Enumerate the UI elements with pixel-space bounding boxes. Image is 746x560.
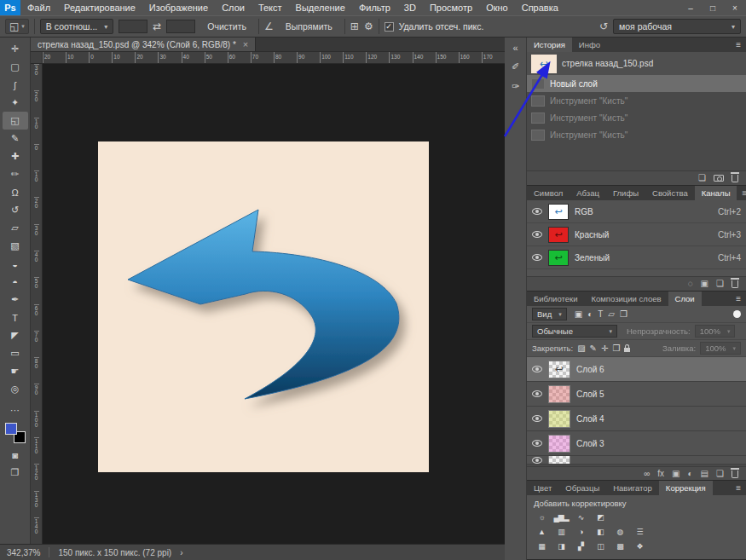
lock-position-icon[interactable]: ✛ [601,344,608,353]
delete-state-icon[interactable] [732,175,738,182]
shape-tool[interactable]: ▭ [3,344,28,362]
visibility-eye-icon[interactable] [532,457,542,464]
layer-mask-icon[interactable]: ▣ [672,470,679,478]
menu-item[interactable]: Выделение [289,3,352,13]
menu-item[interactable]: Справка [515,3,565,13]
visibility-eye-icon[interactable] [532,415,542,422]
layer-row-partial[interactable] [527,456,746,465]
photo-filter-icon[interactable]: ◍ [611,525,628,538]
eraser-tool[interactable]: ▱ [3,219,28,237]
layer-row[interactable]: Слой 3 [527,431,746,456]
menu-item[interactable]: 3D [397,3,423,13]
zoom-tool[interactable]: ◎ [3,380,28,398]
lasso-tool[interactable]: ʃ [3,76,28,94]
menu-item[interactable]: Текст [252,3,289,13]
lock-pixels-icon[interactable]: ✎ [590,344,597,353]
layer-style-icon[interactable]: fx [657,470,664,478]
panel-tab[interactable]: Глифы [606,186,645,200]
panel-tab[interactable]: Образцы [558,481,606,495]
panel-tab[interactable]: Инфо [572,38,607,52]
brightness-contrast-icon[interactable]: ☼ [533,511,550,523]
panel-menu-icon[interactable]: ≡ [731,292,746,306]
quick-selection-tool[interactable]: ✦ [3,94,28,112]
brushes-panel-icon[interactable]: ✐ [512,61,519,72]
channel-row[interactable]: ↩ RGB Ctrl+2 [527,200,746,223]
quick-mask-icon[interactable]: ◙ [12,450,18,460]
delete-cropped-pixels-checkbox[interactable]: ✓ [385,22,394,32]
crop-tool[interactable]: ◱ [3,112,28,130]
crop-ratio-dropdown[interactable]: В соотнош... ▾ [40,19,113,34]
threshold-icon[interactable]: ◫ [592,540,609,552]
menu-item[interactable]: Просмотр [423,3,479,13]
clone-source-panel-icon[interactable]: ✑ [512,81,519,92]
new-snapshot-icon[interactable] [714,175,724,182]
layer-filter-dropdown[interactable]: Вид ▾ [532,308,567,320]
layer-row[interactable]: ↩ Слой 6 [527,357,746,382]
history-state-row[interactable]: Инструмент "Кисть" [527,109,746,126]
dodge-tool[interactable]: ◓ [3,273,28,291]
eyedropper-tool[interactable]: ✎ [3,130,28,147]
color-balance-icon[interactable]: ◑ [572,525,589,538]
visibility-eye-icon[interactable] [532,366,542,372]
menu-item[interactable]: Файл [20,3,57,13]
overlay-grid-icon[interactable]: ⊞ [350,20,359,32]
edit-toolbar-icon[interactable]: ⋯ [10,405,20,416]
close-document-icon[interactable]: × [243,39,248,49]
type-layer-filter-icon[interactable]: T [598,309,603,319]
menu-item[interactable]: Фильтр [352,3,397,13]
brush-tool[interactable]: ✏ [3,165,28,183]
menu-item[interactable]: Редактирование [57,3,142,13]
crop-settings-gear-icon[interactable]: ⚙ [364,20,373,32]
minimize-button[interactable]: – [679,3,702,13]
menu-item[interactable]: Окно [479,3,515,13]
panel-menu-icon[interactable]: ≡ [731,481,746,495]
new-layer-icon[interactable]: ❏ [716,470,724,478]
expand-panels-icon[interactable]: « [507,39,524,56]
document-tab[interactable]: стрелка назад_150.psd @ 342% (Слой 6, RG… [31,38,256,51]
panel-tab[interactable]: Навигатор [606,481,659,495]
crop-width-input[interactable] [119,20,147,33]
workspace-dropdown[interactable]: моя рабочая ▾ [613,19,741,34]
pixel-layer-filter-icon[interactable]: ▣ [575,309,582,319]
panel-menu-icon[interactable]: ≡ [737,186,746,200]
panel-menu-icon[interactable]: ≡ [731,38,746,52]
curves-icon[interactable]: ∿ [572,511,589,523]
layer-row[interactable]: Слой 4 [527,407,746,431]
new-doc-from-state-icon[interactable]: ❏ [698,174,706,182]
save-selection-as-channel-icon[interactable]: ▣ [701,280,708,288]
lock-all-icon[interactable] [624,348,630,352]
blend-mode-dropdown[interactable]: Обычные ▾ [532,325,617,338]
path-selection-tool[interactable]: ◤ [3,326,28,344]
filter-toggle-icon[interactable] [733,310,741,318]
opacity-dropdown[interactable]: 100% ▾ [695,325,736,338]
type-tool[interactable]: T [3,309,28,326]
adjustment-layer-filter-icon[interactable]: ◐ [587,309,593,319]
panel-tab[interactable]: История [527,38,572,52]
visibility-eye-icon[interactable] [532,390,542,397]
lock-transparency-icon[interactable]: ▨ [577,344,585,353]
swap-dimensions-icon[interactable]: ⇄ [153,20,161,32]
layer-row[interactable]: Слой 5 [527,382,746,407]
shape-layer-filter-icon[interactable]: ▱ [608,309,615,319]
document-image[interactable] [98,141,429,472]
canvas-viewport[interactable]: 2010010203040506070809010011012013014015… [31,52,505,544]
invert-icon[interactable]: ◨ [552,540,570,552]
visibility-eye-icon[interactable] [532,208,542,215]
panel-tab[interactable]: Композиции слоев [584,292,668,306]
channel-mixer-icon[interactable]: ☰ [631,525,648,538]
exposure-icon[interactable]: ◩ [592,511,609,523]
gradient-map-icon[interactable]: ▩ [611,540,628,552]
black-white-icon[interactable]: ◧ [592,525,609,538]
crop-height-input[interactable] [166,20,195,33]
clone-stamp-tool[interactable]: Ω [3,183,28,201]
move-tool[interactable]: ✛ [3,40,28,58]
delete-channel-icon[interactable] [732,280,738,288]
marquee-tool[interactable]: ▢ [3,58,28,76]
clear-button[interactable]: Очистить [200,20,253,33]
status-chevron-icon[interactable]: › [180,548,182,557]
history-state-row[interactable]: Инструмент "Кисть" [527,92,746,109]
hue-saturation-icon[interactable]: ▥ [552,525,570,538]
new-group-icon[interactable]: ▤ [701,470,708,478]
history-state-row[interactable]: Инструмент "Кисть" [527,126,746,143]
blur-tool[interactable]: ◒ [3,255,28,273]
